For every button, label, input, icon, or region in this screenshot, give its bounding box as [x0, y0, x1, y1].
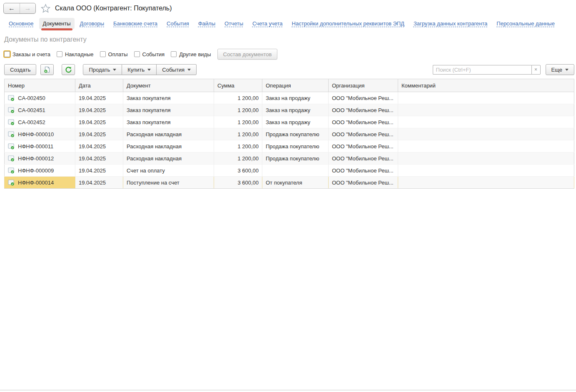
cell-operation[interactable]: Продажа покупателю	[262, 128, 329, 140]
cell-date[interactable]: 19.04.2025	[75, 152, 123, 165]
cell-date[interactable]: 19.04.2025	[75, 92, 123, 104]
table-row[interactable]: НФНФ-00000919.04.2025Счет на оплату3 600…	[5, 165, 574, 177]
cell-operation[interactable]: Продажа покупателю	[262, 152, 329, 165]
cell-sum[interactable]: 1 200,00	[214, 92, 262, 104]
tab-nastroyki-epd[interactable]: Настройки дополнительных реквизитов ЭПД	[288, 18, 408, 29]
tab-sobytiya[interactable]: События	[163, 18, 193, 29]
column-header-document[interactable]: Документ	[123, 79, 214, 92]
cell-comment[interactable]	[398, 177, 574, 189]
cell-sum[interactable]: 1 200,00	[214, 128, 262, 140]
cell-operation[interactable]: От покупателя	[262, 177, 329, 189]
cell-number[interactable]: НФНФ-000014	[5, 177, 75, 189]
cell-organization[interactable]: ООО "Мобильное Реш...	[329, 177, 398, 189]
cell-document[interactable]: Заказ покупателя	[123, 104, 214, 116]
cell-date[interactable]: 19.04.2025	[75, 165, 123, 177]
tab-scheta-ucheta[interactable]: Счета учета	[249, 18, 287, 29]
cell-document[interactable]: Счет на оплату	[123, 165, 214, 177]
cell-number[interactable]: НФНФ-000011	[5, 140, 75, 152]
events-dropdown-button[interactable]: События	[157, 64, 197, 75]
checkbox-waybills[interactable]: Накладные	[57, 51, 94, 57]
cell-sum[interactable]: 1 200,00	[214, 140, 262, 152]
checkbox-other-types[interactable]: Другие виды	[171, 51, 211, 57]
checkbox-events[interactable]: События	[134, 51, 165, 57]
table-row[interactable]: CA-00245119.04.2025Заказ покупателя1 200…	[5, 104, 574, 116]
cell-comment[interactable]	[398, 104, 574, 116]
cell-organization[interactable]: ООО "Мобильное Реш...	[329, 128, 398, 140]
cell-number[interactable]: НФНФ-000010	[5, 128, 75, 140]
table-row[interactable]: CA-00245019.04.2025Заказ покупателя1 200…	[5, 92, 574, 104]
column-header-organization[interactable]: Организация	[329, 79, 398, 92]
tab-zagruzka-dannyh[interactable]: Загрузка данных контрагента	[410, 18, 491, 29]
tab-faily[interactable]: Файлы	[194, 18, 219, 29]
favorite-star-button[interactable]	[41, 4, 50, 13]
cell-date[interactable]: 19.04.2025	[75, 140, 123, 152]
cell-number[interactable]: НФНФ-000009	[5, 165, 75, 177]
cell-organization[interactable]: ООО "Мобильное Реш...	[329, 140, 398, 152]
cell-comment[interactable]	[398, 140, 574, 152]
cell-comment[interactable]	[398, 128, 574, 140]
column-header-number[interactable]: Номер	[5, 79, 75, 92]
cell-comment[interactable]	[398, 165, 574, 177]
cell-number[interactable]: CA-002451	[5, 104, 75, 116]
cell-sum[interactable]: 3 600,00	[214, 165, 262, 177]
tab-dogovory[interactable]: Договоры	[76, 18, 108, 29]
cell-operation[interactable]: Заказ на продажу	[262, 92, 329, 104]
cell-operation[interactable]	[262, 165, 329, 177]
cell-organization[interactable]: ООО "Мобильное Реш...	[329, 104, 398, 116]
nav-back-button[interactable]: ←	[4, 3, 20, 13]
cell-organization[interactable]: ООО "Мобильное Реш...	[329, 152, 398, 165]
sell-dropdown-button[interactable]: Продать	[83, 64, 122, 75]
table-row[interactable]: НФНФ-00001119.04.2025Расходная накладная…	[5, 140, 574, 152]
refresh-button[interactable]	[62, 64, 75, 75]
cell-operation[interactable]: Заказ на продажу	[262, 104, 329, 116]
cell-document[interactable]: Расходная накладная	[123, 128, 214, 140]
column-header-date[interactable]: Дата	[75, 79, 123, 92]
buy-dropdown-button[interactable]: Купить	[122, 64, 157, 75]
cell-date[interactable]: 19.04.2025	[75, 128, 123, 140]
checkbox-payments[interactable]: Оплаты	[100, 51, 128, 57]
search-input[interactable]	[433, 65, 531, 75]
cell-date[interactable]: 19.04.2025	[75, 177, 123, 189]
more-dropdown-button[interactable]: Еще	[546, 64, 574, 75]
checkbox-orders-invoices[interactable]: Заказы и счета	[4, 51, 50, 57]
copy-document-button[interactable]	[40, 64, 54, 75]
table-row[interactable]: НФНФ-00001019.04.2025Расходная накладная…	[5, 128, 574, 140]
cell-document[interactable]: Заказ покупателя	[123, 116, 214, 128]
tab-otchety[interactable]: Отчеты	[221, 18, 247, 29]
cell-number[interactable]: CA-002452	[5, 116, 75, 128]
cell-document[interactable]: Заказ покупателя	[123, 92, 214, 104]
cell-organization[interactable]: ООО "Мобильное Реш...	[329, 116, 398, 128]
cell-number[interactable]: CA-002450	[5, 92, 75, 104]
tab-osnovnoe[interactable]: Основное	[5, 18, 37, 29]
cell-organization[interactable]: ООО "Мобильное Реш...	[329, 165, 398, 177]
cell-sum[interactable]: 3 600,00	[214, 177, 262, 189]
tab-bankovskie-scheta[interactable]: Банковские счета	[110, 18, 161, 29]
cell-document[interactable]: Расходная накладная	[123, 152, 214, 165]
tab-personalnye-dannye[interactable]: Персональные данные	[493, 18, 559, 29]
cell-comment[interactable]	[398, 116, 574, 128]
table-row[interactable]: НФНФ-00001419.04.2025Поступление на счет…	[5, 177, 574, 189]
nav-forward-button[interactable]: →	[20, 3, 35, 13]
document-composition-button[interactable]: Состав документов	[217, 49, 278, 60]
table-row[interactable]: CA-00245219.04.2025Заказ покупателя1 200…	[5, 116, 574, 128]
column-header-sum[interactable]: Сумма	[214, 79, 262, 92]
cell-organization[interactable]: ООО "Мобильное Реш...	[329, 92, 398, 104]
cell-operation[interactable]: Заказ на продажу	[262, 116, 329, 128]
cell-document[interactable]: Расходная накладная	[123, 140, 214, 152]
column-header-operation[interactable]: Операция	[262, 79, 329, 92]
cell-sum[interactable]: 1 200,00	[214, 104, 262, 116]
column-header-comment[interactable]: Комментарий	[398, 79, 574, 92]
tab-dokumenty[interactable]: Документы	[39, 18, 75, 29]
cell-number[interactable]: НФНФ-000012	[5, 152, 75, 165]
cell-operation[interactable]: Продажа покупателю	[262, 140, 329, 152]
cell-date[interactable]: 19.04.2025	[75, 104, 123, 116]
cell-sum[interactable]: 1 200,00	[214, 152, 262, 165]
cell-date[interactable]: 19.04.2025	[75, 116, 123, 128]
cell-sum[interactable]: 1 200,00	[214, 116, 262, 128]
clear-search-button[interactable]: ×	[531, 65, 541, 75]
create-button[interactable]: Создать	[4, 64, 36, 75]
table-row[interactable]: НФНФ-00001219.04.2025Расходная накладная…	[5, 152, 574, 165]
cell-comment[interactable]	[398, 92, 574, 104]
cell-document[interactable]: Поступление на счет	[123, 177, 214, 189]
cell-comment[interactable]	[398, 152, 574, 165]
